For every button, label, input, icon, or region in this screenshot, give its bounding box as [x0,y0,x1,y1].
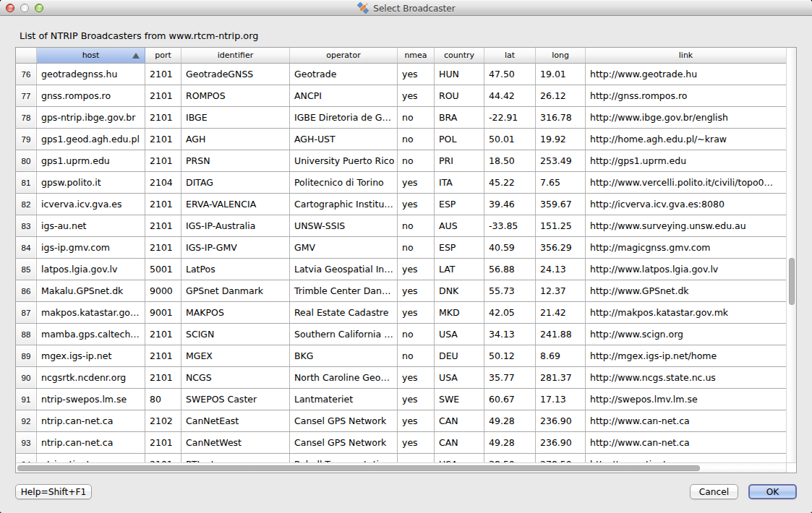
column-header-link[interactable]: link [586,48,786,63]
cell-port: 2101 [145,150,181,171]
cell-nmea: yes [398,410,435,431]
vertical-scrollbar-thumb[interactable] [789,258,795,305]
column-header-label: link [679,51,693,60]
cell-lat: 42.05 [484,302,536,323]
vertical-scrollbar[interactable] [786,48,796,462]
cell-country: ITA [435,172,484,193]
horizontal-scrollbar-thumb[interactable] [17,465,700,471]
cell-nmea: no [398,150,435,171]
column-header-country[interactable]: country [435,48,484,63]
cell-host: igs-au.net [37,215,145,236]
cell-port: 9000 [145,280,181,301]
dialog-window: Select Broadcaster List of NTRIP Broadca… [0,0,812,513]
table-row-86[interactable]: 86Makalu.GPSnet.dk9000GPSnet DanmarkTrim… [16,280,786,302]
cell-identifier: DITAG [181,172,290,193]
table-row-79[interactable]: 79gps1.geod.agh.edu.pl2101AGHAGH-USTnoPO… [16,129,786,150]
horizontal-scrollbar[interactable] [16,462,786,473]
cell-lat: 40.59 [484,237,536,258]
table-row-76[interactable]: 76geotradegnss.hu2101GeotradeGNSSGeotrad… [16,64,786,85]
cell-link: http://www.surveying.unsw.edu.au [586,215,786,236]
cell-port: 80 [145,389,181,410]
cell-link: http://home.agh.edu.pl/~kraw [586,129,786,150]
table-row-80[interactable]: 80gps1.uprm.edu2101PRSNUniversity Puerto… [16,150,786,172]
cell-long: 359.67 [536,194,586,215]
column-header-port[interactable]: port [145,48,181,63]
cell-long: 236.90 [536,432,586,453]
sort-ascending-icon [132,53,140,59]
cell-identifier: AGH [181,129,290,150]
cell-country: SWE [435,389,484,410]
cell-nmea: yes [398,367,435,388]
table-row-91[interactable]: 91ntrip-swepos.lm.se80SWEPOS CasterLantm… [16,389,786,410]
cancel-button[interactable]: Cancel [690,484,738,499]
cell-long: 151.25 [536,215,586,236]
table-row-93[interactable]: 93ntrip.can-net.ca2101CanNetWestCansel G… [16,432,786,454]
table-row-89[interactable]: 89mgex.igs-ip.net2101MGEXBKGnoDEU50.128.… [16,345,786,367]
cell-link: http://www.scign.org [586,324,786,345]
table-row-77[interactable]: 77gnss.rompos.ro2101ROMPOSANCPIyesROU44.… [16,85,786,107]
cell-country: DEU [435,345,484,366]
column-header-lat[interactable]: lat [484,48,536,63]
cell-num: 76 [16,64,37,85]
cell-link: http://www.vercelli.polito.it/civili/top… [586,172,786,193]
cell-long: 17.13 [536,389,586,410]
cell-country: USA [435,367,484,388]
cell-lat: -33.85 [484,215,536,236]
column-header-nmea[interactable]: nmea [398,48,435,63]
cell-host: icverva.icv.gva.es [37,194,145,215]
cell-operator: Real Estate Cadastre [290,302,398,323]
column-header-long[interactable]: long [536,48,586,63]
table-row-92[interactable]: 92ntrip.can-net.ca2102CanNetEastCansel G… [16,410,786,432]
table-row-82[interactable]: 82icverva.icv.gva.es2101ERVA-VALENCIACar… [16,194,786,215]
column-header-identifier[interactable]: identifier [181,48,290,63]
cell-identifier: MAKPOS [181,302,290,323]
cell-nmea: yes [398,172,435,193]
cell-host: mamba.gps.caltech… [37,324,145,345]
cell-port: 2101 [145,215,181,236]
cell-num: 88 [16,324,37,345]
column-header-operator[interactable]: operator [290,48,398,63]
cell-host: ntrip.can-net.ca [37,432,145,453]
column-header-num[interactable] [16,48,37,63]
cell-nmea: yes [398,259,435,280]
cell-nmea: no [398,107,435,128]
cell-country: POL [435,129,484,150]
cell-long: 7.65 [536,172,586,193]
cell-long: 316.78 [536,107,586,128]
cell-link: http://www.latpos.lgia.gov.lv [586,259,786,280]
cell-host: gps-ntrip.ibge.gov.br [37,107,145,128]
cell-long: 241.88 [536,324,586,345]
cell-identifier: CanNetWest [181,432,290,453]
table-row-85[interactable]: 85latpos.lgia.gov.lv5001LatPosLatvia Geo… [16,259,786,280]
column-header-label: country [444,51,474,60]
ok-button[interactable]: OK [748,484,797,499]
cell-operator: AGH-UST [290,129,398,150]
table-row-90[interactable]: 90ncgsrtk.ncdenr.org2101NCGSNorth Caroli… [16,367,786,389]
table-row-88[interactable]: 88mamba.gps.caltech…2101SCIGNSouthern Ca… [16,324,786,345]
table-row-83[interactable]: 83igs-au.net2101IGS-IP-AustraliaUNSW-SSI… [16,215,786,237]
column-header-label: long [552,51,569,60]
cell-lat: 50.01 [484,129,536,150]
cell-link: http://www.can-net.ca [586,432,786,453]
table-row-84[interactable]: 84igs-ip.gmv.com2101IGS-IP-GMVGMVnoESP40… [16,237,786,259]
cell-country: ESP [435,237,484,258]
cell-operator: Cansel GPS Network [290,432,398,453]
help-button[interactable]: Help=Shift+F1 [15,484,92,499]
table-row-78[interactable]: 78gps-ntrip.ibge.gov.br2101IBGEIGBE Dire… [16,107,786,129]
cell-nmea: yes [398,280,435,301]
cell-num: 92 [16,410,37,431]
cell-operator: Trimble Center Dan… [290,280,398,301]
cell-link: http://magicgnss.gmv.com [586,237,786,258]
table-row-87[interactable]: 87makpos.katastar.go…9001MAKPOSReal Esta… [16,302,786,324]
cell-num: 87 [16,302,37,323]
column-header-host[interactable]: host [37,48,145,63]
column-header-label: lat [505,51,515,60]
title-bar: Select Broadcaster [0,0,812,16]
table-row-81[interactable]: 81gpsw.polito.it2104DITAGPolitecnico di … [16,172,786,194]
cell-num: 90 [16,367,37,388]
cell-link: http://swepos.lmv.lm.se [586,389,786,410]
cell-num: 84 [16,237,37,258]
cell-port: 5001 [145,259,181,280]
cell-host: gps1.geod.agh.edu.pl [37,129,145,150]
cell-lat: -22.91 [484,107,536,128]
